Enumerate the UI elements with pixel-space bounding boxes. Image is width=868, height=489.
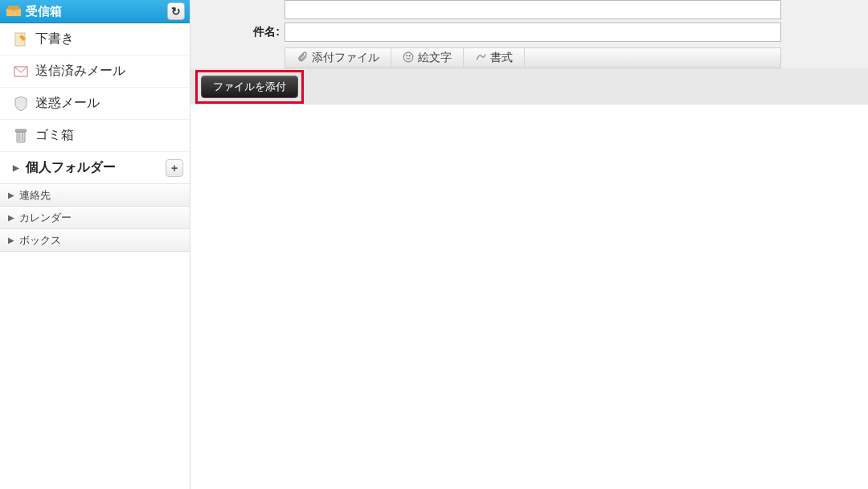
- attach-area: ファイルを添付: [190, 68, 868, 105]
- paperclip-icon: [297, 51, 308, 65]
- tab-emoji[interactable]: 絵文字: [391, 48, 464, 68]
- draft-icon: [13, 31, 29, 47]
- plus-icon: +: [171, 162, 178, 175]
- subject-label: 件名:: [244, 25, 280, 39]
- sidebar: 受信箱 ↻ 下書き 送信済みメール 迷惑メール: [0, 0, 190, 489]
- sidebar-bottom-label: ボックス: [19, 233, 61, 248]
- sidebar-item-spam[interactable]: 迷惑メール: [0, 88, 190, 120]
- sidebar-personal-folder[interactable]: ▶ 個人フォルダー +: [0, 152, 190, 184]
- svg-rect-5: [15, 129, 27, 132]
- sidebar-bottom-label: カレンダー: [19, 211, 72, 225]
- smiley-icon: [403, 51, 414, 65]
- sidebar-item-label: 下書き: [35, 31, 74, 47]
- inbox-icon: [6, 5, 21, 18]
- svg-point-8: [403, 52, 413, 62]
- attach-highlight: ファイルを添付: [195, 70, 304, 104]
- sidebar-item-drafts[interactable]: 下書き: [0, 23, 190, 55]
- sidebar-calendar[interactable]: ▶ カレンダー: [0, 207, 190, 229]
- sidebar-item-sent[interactable]: 送信済みメール: [0, 55, 190, 88]
- inbox-title: 受信箱: [26, 4, 62, 19]
- sidebar-inbox-header[interactable]: 受信箱 ↻: [0, 0, 190, 23]
- refresh-button[interactable]: ↻: [167, 2, 185, 20]
- svg-point-9: [407, 55, 407, 55]
- compose-tabs: 添付ファイル 絵文字 書式: [285, 47, 781, 68]
- sidebar-item-label: ゴミ箱: [35, 127, 74, 144]
- tab-label: 添付ファイル: [312, 51, 379, 65]
- caret-right-icon: ▶: [8, 213, 14, 222]
- refresh-icon: ↻: [171, 5, 181, 18]
- sidebar-contacts[interactable]: ▶ 連絡先: [0, 184, 190, 207]
- sidebar-item-label: 送信済みメール: [35, 63, 125, 80]
- subject-input[interactable]: [285, 23, 781, 42]
- sidebar-box[interactable]: ▶ ボックス: [0, 229, 190, 252]
- tab-attachment[interactable]: 添付ファイル: [285, 48, 391, 68]
- shield-icon: [13, 96, 29, 112]
- add-folder-button[interactable]: +: [166, 159, 183, 177]
- compose-area: 件名: 添付ファイル 絵文字: [190, 0, 868, 489]
- sent-icon: [13, 64, 29, 80]
- svg-rect-4: [17, 132, 25, 142]
- sidebar-item-label: 迷惑メール: [35, 95, 100, 112]
- tab-label: 絵文字: [418, 51, 452, 65]
- format-icon: [475, 51, 486, 65]
- caret-right-icon: ▶: [8, 191, 14, 199]
- sidebar-bottom-label: 連絡先: [19, 188, 51, 203]
- sidebar-item-trash[interactable]: ゴミ箱: [0, 120, 190, 152]
- caret-right-icon: ▶: [13, 163, 19, 172]
- svg-rect-1: [8, 6, 19, 10]
- compose-body[interactable]: [190, 105, 868, 489]
- trash-icon: [13, 128, 29, 144]
- to-input[interactable]: [285, 0, 781, 19]
- tab-format[interactable]: 書式: [464, 48, 525, 68]
- tab-label: 書式: [490, 51, 513, 65]
- caret-right-icon: ▶: [8, 236, 14, 244]
- attach-file-button[interactable]: ファイルを添付: [201, 76, 298, 98]
- svg-point-10: [409, 55, 410, 55]
- personal-folder-label: 個人フォルダー: [26, 159, 116, 176]
